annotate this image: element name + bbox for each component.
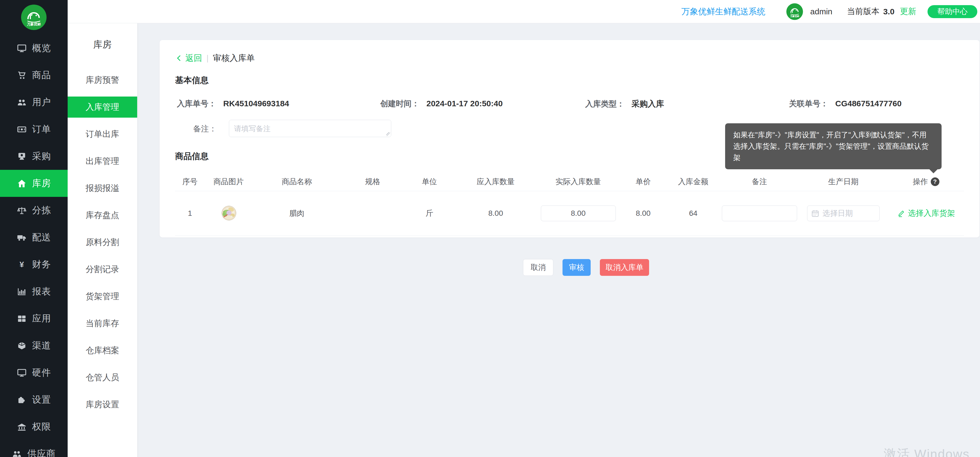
sidebar-item-label: 权限 (32, 421, 51, 433)
submenu-item-inbound-management[interactable]: 入库管理 (68, 94, 137, 121)
sidebar-item-sorting[interactable]: 分拣 (0, 197, 68, 224)
col-expected-qty: 应入库数量 (455, 176, 536, 187)
submenu-item-warehouse-archive[interactable]: 仓库档案 (68, 337, 137, 364)
col-actions: 操作 ? (888, 176, 964, 187)
basic-info-grid: 入库单号： RK451049693184 创建时间： 2024-01-17 20… (175, 98, 964, 109)
scale-icon (17, 206, 27, 216)
created-time-value: 2024-01-17 20:50:40 (426, 99, 503, 108)
sidebar-item-suppliers[interactable]: 供应商 (0, 440, 68, 457)
col-remark: 备注 (720, 176, 799, 187)
sidebar-item-label: 分拣 (32, 204, 51, 217)
submenu-item-current-stock[interactable]: 当前库存 (68, 310, 137, 337)
row-price: 8.00 (620, 209, 666, 218)
sidebar-item-finance[interactable]: ¥ 财务 (0, 251, 68, 278)
submenu-item-order-outbound[interactable]: 订单出库 (68, 121, 137, 148)
sidebar-item-reports[interactable]: 报表 (0, 278, 68, 305)
version-label: 当前版本 (847, 6, 879, 17)
svg-text:¥: ¥ (19, 260, 24, 268)
row-product-name: 腊肉 (252, 208, 342, 219)
row-index: 1 (175, 209, 205, 218)
sidebar-item-hardware[interactable]: 硬件 (0, 359, 68, 386)
svg-text:万象优鲜: 万象优鲜 (790, 14, 799, 17)
chevron-left-icon (175, 54, 183, 62)
sidebar-item-label: 概览 (32, 42, 51, 54)
approve-button[interactable]: 审核 (563, 259, 591, 276)
submenu-item-stocktaking[interactable]: 库存盘点 (68, 202, 137, 229)
col-production-date: 生产日期 (799, 176, 888, 187)
shelf-help-tooltip: 如果在"库房"-》"库房设置"，开启了"入库到默认货架"，不用选择入库货架。只需… (725, 123, 942, 169)
home-icon (17, 178, 27, 189)
cube-icon (17, 341, 27, 351)
edit-pencil-icon (897, 209, 905, 217)
username[interactable]: admin (810, 7, 832, 16)
order-no-value: RK451049693184 (223, 99, 289, 108)
sidebar-item-orders[interactable]: 订单 (0, 116, 68, 143)
remark-textarea[interactable] (229, 120, 391, 137)
page-title: 审核入库单 (213, 52, 255, 64)
sidebar-item-delivery[interactable]: 配送 (0, 224, 68, 251)
select-shelf-link[interactable]: 选择入库货架 (897, 208, 955, 219)
grid-icon (17, 314, 27, 324)
row-date-cell: 选择日期 (799, 206, 888, 221)
field-related-no: 关联单号： CG486751477760 (789, 98, 964, 109)
col-price: 单价 (620, 176, 666, 187)
sidebar-item-products[interactable]: 商品 (0, 62, 68, 89)
sidebar-item-purchase[interactable]: 采购 (0, 143, 68, 170)
sidebar-item-permissions[interactable]: 权限 (0, 413, 68, 440)
back-button[interactable]: 返回 (175, 52, 202, 64)
cart-icon (17, 70, 27, 80)
main-content: 返回 | 审核入库单 基本信息 入库单号： RK451049693184 创建时… (137, 23, 980, 457)
product-photo (219, 204, 239, 223)
row-expected-qty: 8.00 (455, 209, 536, 218)
sidebar-item-apps[interactable]: 应用 (0, 305, 68, 332)
submenu-item-outbound-management[interactable]: 出库管理 (68, 148, 137, 175)
product-table: 序号 商品图片 商品名称 规格 单位 应入库数量 实际入库数量 单价 入库金额 … (175, 172, 964, 236)
system-title-link[interactable]: 万象优鲜生鲜配送系统 (682, 6, 765, 17)
tooltip-text: 如果在"库房"-》"库房设置"，开启了"入库到默认货架"，不用选择入库货架。只需… (733, 129, 934, 163)
remark-label: 备注： (193, 124, 217, 134)
sidebar-item-users[interactable]: 用户 (0, 89, 68, 116)
row-remark-input[interactable] (722, 206, 797, 221)
avatar[interactable]: 万象优鲜 (786, 3, 803, 20)
row-actions-cell: 选择入库货架 (888, 208, 964, 219)
sidebar-item-label: 设置 (32, 394, 51, 406)
help-center-button[interactable]: 帮助中心 (928, 5, 977, 18)
actual-qty-input[interactable] (541, 206, 616, 221)
row-actual-qty-cell (536, 206, 620, 221)
col-actual-qty: 实际入库数量 (536, 176, 620, 187)
svg-text:万象优鲜: 万象优鲜 (27, 22, 41, 26)
submenu-item-warehouse-alert[interactable]: 库房预警 (68, 67, 137, 94)
field-order-no: 入库单号： RK451049693184 (175, 98, 380, 109)
submenu-item-shelf-management[interactable]: 货架管理 (68, 283, 137, 310)
submenu-item-loss-overflow[interactable]: 报损报溢 (68, 175, 137, 202)
activate-windows-watermark: 激活 Windows (884, 446, 970, 457)
sidebar-item-label: 用户 (32, 96, 51, 108)
production-date-picker[interactable]: 选择日期 (807, 206, 880, 221)
sidebar-item-overview[interactable]: 概览 (0, 35, 68, 62)
row-unit: 斤 (404, 208, 455, 219)
users-icon (17, 97, 27, 107)
col-spec: 规格 (342, 176, 404, 187)
submenu-item-warehouse-staff[interactable]: 仓管人员 (68, 364, 137, 391)
submenu-item-warehouse-settings[interactable]: 库房设置 (68, 391, 137, 418)
truck-icon (17, 233, 27, 243)
sidebar-item-label: 商品 (32, 69, 51, 81)
users-icon (12, 449, 22, 457)
submenu-item-split-records[interactable]: 分割记录 (68, 256, 137, 283)
sidebar-item-warehouse[interactable]: 库房 (0, 170, 68, 197)
help-question-icon[interactable]: ? (931, 178, 939, 186)
cancel-button[interactable]: 取消 (523, 259, 553, 276)
update-link[interactable]: 更新 (900, 6, 916, 17)
bank-icon (17, 422, 27, 432)
related-no-label: 关联单号： (789, 98, 828, 109)
breadcrumb: 返回 | 审核入库单 (175, 40, 964, 64)
version-number: 3.0 (883, 7, 894, 16)
submenu-item-material-split[interactable]: 原料分割 (68, 229, 137, 256)
calendar-icon (811, 209, 819, 217)
sidebar-item-channels[interactable]: 渠道 (0, 332, 68, 359)
sidebar-item-settings[interactable]: 设置 (0, 386, 68, 413)
cancel-order-button[interactable]: 取消入库单 (600, 259, 649, 276)
date-placeholder: 选择日期 (822, 208, 853, 219)
field-created-time: 创建时间： 2024-01-17 20:50:40 (380, 98, 585, 109)
monitor-icon (17, 368, 27, 378)
